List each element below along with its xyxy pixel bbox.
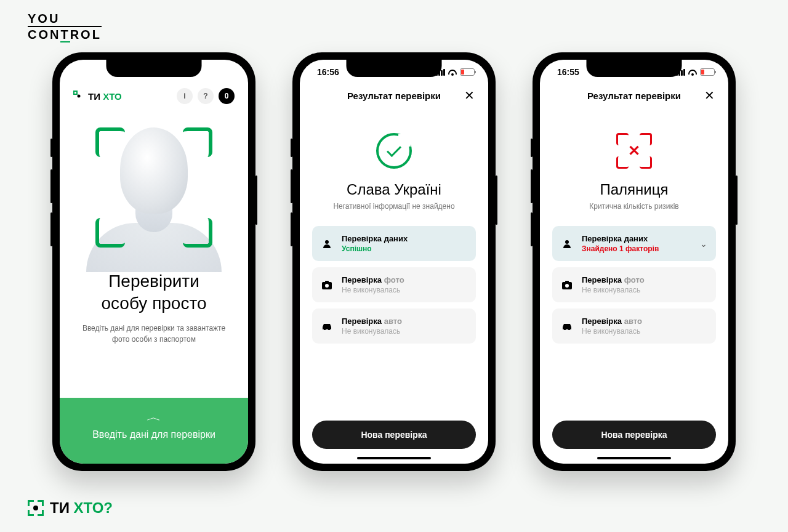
new-check-button[interactable]: Нова перевірка (312, 421, 476, 449)
check-row-auto[interactable]: Перевірка автоНе виконувалась (552, 308, 716, 344)
success-check-icon (376, 133, 412, 169)
svg-rect-6 (565, 281, 569, 283)
phone-mockup-fail: 16:55 Результат перевірки ✕ ✕ Паляниця К… (533, 52, 736, 471)
info-button[interactable]: i (177, 88, 193, 104)
wifi-icon (448, 68, 457, 76)
svg-point-7 (565, 284, 569, 288)
person-icon (561, 238, 573, 250)
home-indicator (597, 457, 671, 459)
battery-icon (460, 68, 475, 76)
battery-icon (700, 68, 715, 76)
result-subtitle: Негативної інформації не знайдено (300, 202, 488, 211)
check-row-data[interactable]: Перевірка данихУспішно (312, 226, 476, 261)
tykhto-logo: ТИ ХТО? (28, 499, 113, 517)
camera-icon (561, 279, 573, 291)
status-time: 16:56 (317, 67, 339, 77)
wifi-icon (688, 68, 698, 76)
youcontrol-logo: YOU CONTROL (28, 12, 102, 42)
count-badge[interactable]: 0 (219, 88, 235, 104)
page-title: Результат перевірки (326, 91, 462, 101)
check-row-photo[interactable]: Перевірка фотоНе виконувалась (312, 267, 476, 302)
help-button[interactable]: ? (198, 88, 214, 104)
svg-point-4 (565, 240, 569, 244)
hero-subtitle: Введіть дані для перевірки та завантажте… (60, 323, 248, 345)
camera-icon (321, 279, 333, 291)
car-icon (321, 320, 333, 332)
fail-x-icon: ✕ (616, 133, 652, 169)
close-button[interactable]: ✕ (462, 88, 475, 103)
svg-point-0 (325, 240, 329, 244)
result-title: Паляниця (540, 181, 728, 198)
chevron-up-icon: ︿ (147, 411, 161, 424)
svg-point-3 (325, 284, 329, 288)
home-indicator (357, 457, 431, 459)
chevron-down-icon: ⌄ (700, 239, 707, 249)
person-icon (321, 238, 333, 250)
check-row-photo[interactable]: Перевірка фотоНе виконувалась (552, 267, 716, 302)
close-button[interactable]: ✕ (702, 88, 715, 103)
page-title: Результат перевірки (566, 91, 702, 101)
svg-rect-2 (325, 281, 329, 283)
car-icon (561, 320, 573, 332)
phone-mockup-home: ТИ ХТО i ? 0 Перевіритиособу просто Введ… (52, 52, 255, 471)
phone-mockup-success: 16:56 Результат перевірки ✕ Слава Україн… (292, 52, 496, 471)
logo-line2: CONTROL (28, 26, 102, 42)
result-subtitle: Критична кількість ризиків (540, 202, 728, 211)
logo-line1: YOU (28, 12, 102, 25)
check-row-auto[interactable]: Перевірка автоНе виконувалась (312, 308, 476, 344)
scan-frame-icon (28, 500, 44, 516)
check-row-data[interactable]: Перевірка данихЗнайдено 1 факторів ⌄ (552, 226, 716, 261)
face-scan-illustration (60, 110, 248, 261)
new-check-button[interactable]: Нова перевірка (552, 421, 716, 449)
start-check-button[interactable]: ︿ Введіть дані для перевірки (60, 398, 248, 464)
status-time: 16:55 (557, 67, 579, 77)
result-title: Слава Україні (300, 181, 488, 198)
app-logo: ТИ ХТО (73, 91, 122, 102)
